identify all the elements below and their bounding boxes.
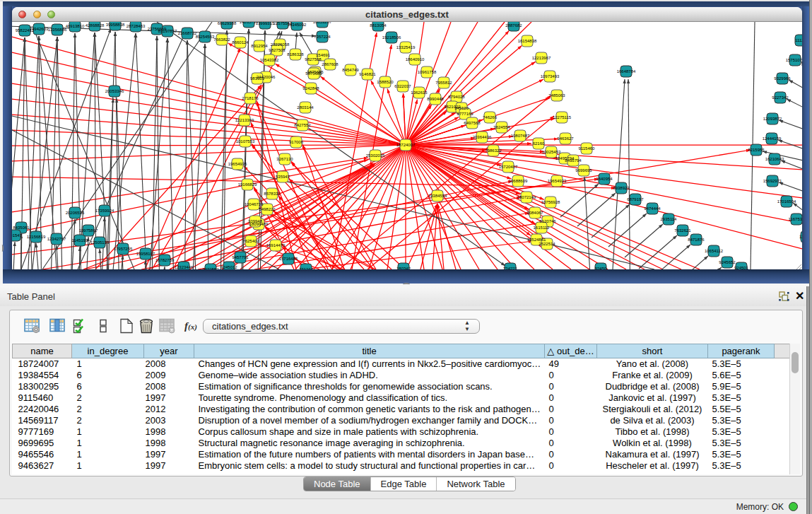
svg-text:391547: 391547	[12, 233, 23, 238]
svg-text:13999315: 13999315	[256, 22, 275, 25]
svg-text:16914479: 16914479	[266, 243, 286, 247]
svg-text:20053346: 20053346	[105, 89, 124, 93]
svg-text:20206536: 20206536	[66, 211, 85, 215]
svg-text:17359924: 17359924	[95, 209, 114, 213]
svg-text:10107553: 10107553	[236, 139, 255, 144]
svg-text:10046736: 10046736	[245, 202, 264, 206]
svg-text:9827503: 9827503	[269, 48, 286, 52]
svg-text:13356886: 13356886	[48, 28, 67, 32]
svg-text:9827508: 9827508	[305, 57, 322, 62]
svg-text:15716485: 15716485	[279, 257, 298, 261]
svg-text:1615112: 1615112	[534, 226, 551, 230]
svg-text:12342757: 12342757	[47, 237, 66, 241]
svg-text:1588520: 1588520	[377, 80, 394, 84]
svg-text:1167534: 1167534	[789, 217, 802, 221]
svg-text:10807487: 10807487	[511, 134, 530, 138]
svg-text:109948: 109948	[248, 219, 263, 223]
svg-text:917006: 917006	[289, 140, 304, 144]
svg-text:25302035: 25302035	[366, 153, 385, 158]
svg-text:9329966: 9329966	[774, 76, 791, 81]
svg-text:10688609: 10688609	[509, 179, 528, 183]
svg-text:11124: 11124	[795, 38, 802, 42]
svg-text:180342: 180342	[396, 267, 411, 269]
svg-text:8215955: 8215955	[748, 148, 765, 152]
svg-text:8186328: 8186328	[287, 52, 304, 57]
svg-text:1362615: 1362615	[411, 90, 428, 95]
svg-text:535947: 535947	[276, 175, 290, 179]
svg-text:10543382: 10543382	[260, 58, 279, 62]
svg-text:2718176: 2718176	[242, 96, 259, 100]
svg-text:39345092: 39345092	[288, 23, 307, 27]
svg-text:8938923: 8938923	[613, 186, 630, 190]
svg-text:7986322: 7986322	[485, 148, 502, 153]
svg-text:15720407: 15720407	[499, 165, 518, 169]
svg-text:23226058: 23226058	[271, 42, 290, 47]
svg-text:7357224: 7357224	[314, 35, 331, 39]
svg-text:8813054: 8813054	[370, 23, 387, 28]
svg-text:15692971: 15692971	[763, 179, 782, 183]
svg-text:771244: 771244	[299, 267, 314, 269]
svg-text:12444159: 12444159	[763, 136, 782, 141]
svg-text:12505135: 12505135	[90, 240, 110, 245]
svg-text:2867608: 2867608	[322, 62, 339, 66]
svg-text:12213967: 12213967	[532, 56, 551, 60]
svg-text:8471876: 8471876	[688, 238, 705, 242]
svg-text:924501: 924501	[734, 266, 749, 269]
svg-text:8427552: 8427552	[294, 123, 311, 127]
svg-text:6794028: 6794028	[448, 95, 465, 99]
svg-text:2887682: 2887682	[505, 23, 522, 28]
svg-text:62160: 62160	[533, 141, 545, 146]
svg-text:345120: 345120	[454, 106, 469, 110]
svg-text:10025453: 10025453	[542, 150, 561, 154]
svg-text:5875685: 5875685	[305, 71, 322, 76]
svg-text:8912954: 8912954	[251, 44, 268, 48]
svg-text:8454749: 8454749	[342, 68, 359, 72]
svg-text:10653267: 10653267	[313, 22, 332, 24]
svg-text:42868828: 42868828	[86, 23, 105, 28]
svg-text:16210643: 16210643	[765, 157, 784, 161]
svg-text:20364436: 20364436	[473, 135, 492, 139]
svg-text:9245012: 9245012	[220, 265, 237, 269]
svg-text:12323446: 12323446	[175, 265, 194, 269]
svg-text:19654935: 19654935	[228, 162, 247, 166]
svg-text:19218506: 19218506	[382, 35, 401, 40]
svg-text:10756928: 10756928	[541, 200, 560, 204]
svg-text:12275115: 12275115	[553, 115, 572, 119]
svg-text:3624554: 3624554	[493, 125, 510, 129]
svg-text:6120746: 6120746	[539, 219, 556, 223]
svg-text:8990448: 8990448	[427, 97, 444, 101]
svg-text:9084067: 9084067	[526, 211, 543, 215]
svg-text:746266: 746266	[483, 115, 498, 119]
svg-text:734221: 734221	[503, 267, 518, 269]
svg-text:9457791: 9457791	[232, 255, 249, 259]
svg-text:9245652: 9245652	[719, 260, 736, 264]
svg-text:6879197: 6879197	[627, 197, 644, 201]
svg-text:6497568: 6497568	[464, 121, 481, 125]
svg-text:7625402: 7625402	[242, 239, 259, 243]
svg-text:7485063: 7485063	[548, 93, 565, 98]
svg-text:8578331: 8578331	[264, 192, 281, 196]
svg-text:9463627: 9463627	[557, 136, 574, 141]
svg-text:17016504: 17016504	[777, 199, 796, 204]
svg-text:13325419: 13325419	[396, 45, 416, 49]
svg-text:154691: 154691	[316, 53, 331, 57]
svg-text:9432552: 9432552	[202, 267, 219, 269]
svg-text:9699695: 9699695	[575, 168, 592, 173]
svg-text:83197857: 83197857	[158, 29, 177, 33]
svg-text:9146821: 9146821	[359, 72, 376, 76]
svg-text:2935114: 2935114	[661, 217, 678, 221]
svg-text:19975867: 19975867	[79, 228, 98, 233]
svg-text:1145193: 1145193	[72, 238, 89, 243]
svg-text:16154838: 16154838	[518, 39, 537, 43]
svg-text:1640954: 1640954	[596, 177, 613, 181]
svg-text:19384554: 19384554	[428, 194, 447, 198]
svg-text:5498222: 5498222	[259, 207, 276, 211]
svg-text:15751074: 15751074	[786, 58, 802, 62]
svg-text:28728463: 28728463	[126, 24, 146, 28]
svg-text:6322037: 6322037	[394, 84, 411, 88]
svg-text:8495794: 8495794	[565, 158, 582, 163]
svg-text:9777169: 9777169	[457, 112, 473, 116]
svg-text:89254563: 89254563	[196, 35, 215, 39]
svg-text:24942603: 24942603	[30, 27, 49, 31]
svg-text:9242848: 9242848	[302, 86, 319, 90]
